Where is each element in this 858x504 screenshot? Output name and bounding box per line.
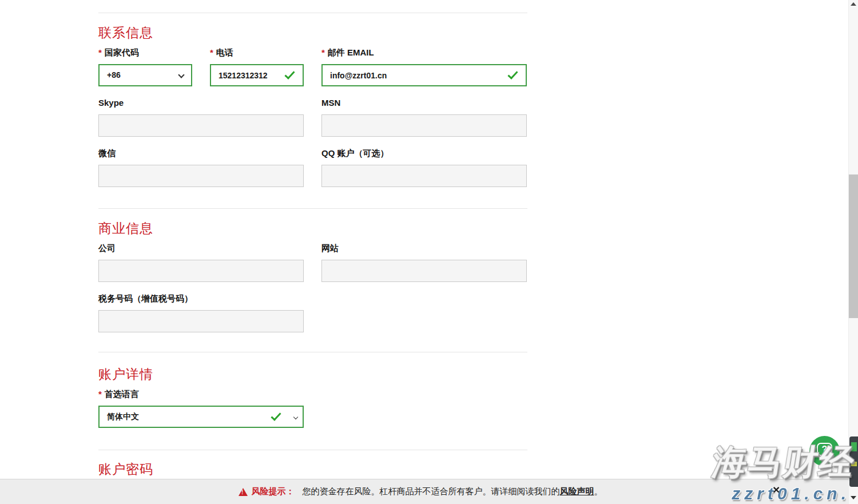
business-section-title: 商业信息 [98, 221, 527, 235]
msn-field: MSN [321, 98, 527, 137]
email-label: *邮件 EMAIL [321, 47, 527, 58]
wechat-label: 微信 [98, 148, 304, 158]
email-input-box [321, 64, 527, 86]
business-row-2: 税务号码（增值税号码） [98, 293, 527, 332]
business-row-1: 公司 网站 [98, 243, 527, 282]
section-divider [98, 13, 527, 13]
qq-label: QQ 账户（可选） [321, 148, 527, 158]
required-mark: * [321, 47, 325, 57]
language-label: *首选语言 [98, 389, 304, 399]
wechat-input-box [98, 165, 304, 187]
phone-graphic [849, 436, 858, 487]
msn-label: MSN [321, 98, 527, 108]
risk-warning-text: 您的资金存在风险。杠杆商品并不适合所有客户。请详细阅读我们的风险声明。 [303, 486, 603, 497]
phone-input-box [210, 64, 304, 86]
qq-field: QQ 账户（可选） [321, 148, 527, 187]
website-input-box [321, 260, 527, 282]
vertical-scrollbar[interactable] [848, 0, 858, 504]
company-input[interactable] [99, 260, 303, 281]
phone-label: *电话 [210, 47, 304, 58]
msn-input-box [321, 114, 527, 137]
risk-warning-label: 风险提示： [252, 486, 295, 497]
scroll-up-arrow-icon[interactable] [851, 2, 856, 6]
skype-input[interactable] [99, 115, 303, 136]
close-icon[interactable]: × [773, 483, 780, 495]
phone-field: *电话 [210, 47, 304, 86]
account-section-title: 账户详情 [98, 367, 527, 381]
warning-triangle-icon [239, 488, 248, 496]
language-select[interactable]: 简体中文 [98, 406, 304, 428]
account-row-1: *首选语言 简体中文 [98, 389, 527, 428]
required-mark: * [210, 47, 213, 57]
skype-field: Skype [98, 98, 304, 137]
skype-label: Skype [98, 98, 304, 108]
scrollbar-thumb[interactable] [849, 174, 858, 318]
email-input[interactable] [323, 65, 526, 85]
country-code-label: *国家代码 [98, 47, 192, 58]
country-code-field: *国家代码 +86 [98, 47, 192, 86]
live-chat-button[interactable]: ? [809, 436, 840, 466]
password-section-title: 账户密码 [98, 462, 527, 476]
phone-screen-detail [851, 442, 857, 451]
question-mark-icon: ? [822, 445, 828, 454]
country-code-select[interactable]: +86 [98, 64, 192, 86]
contact-section-title: 联系信息 [98, 26, 527, 39]
tax-number-input-box [98, 310, 304, 332]
section-divider [98, 352, 527, 352]
qq-input-box [321, 165, 527, 187]
website-label: 网站 [321, 243, 527, 253]
required-mark: * [98, 389, 102, 399]
tax-number-field: 税务号码（增值税号码） [98, 293, 304, 332]
company-label: 公司 [98, 243, 304, 253]
risk-warning-bar: 风险提示： 您的资金存在风险。杠杆商品并不适合所有客户。请详细阅读我们的风险声明… [0, 479, 858, 504]
company-input-box [98, 260, 304, 282]
language-field: *首选语言 简体中文 [98, 389, 304, 428]
risk-warning-content: 风险提示： 您的资金存在风险。杠杆商品并不适合所有客户。请详细阅读我们的风险声明… [239, 486, 603, 497]
risk-statement-link[interactable]: 风险声明 [560, 486, 594, 496]
wechat-input[interactable] [99, 165, 303, 186]
country-code-value: +86 [100, 65, 191, 85]
company-field: 公司 [98, 243, 304, 282]
skype-input-box [98, 114, 304, 137]
chat-bubble-icon: ? [817, 443, 832, 456]
website-field: 网站 [321, 243, 527, 282]
wechat-field: 微信 [98, 148, 304, 187]
contact-row-3: 微信 QQ 账户（可选） [98, 148, 527, 187]
website-input[interactable] [322, 260, 526, 281]
contact-row-2: Skype MSN [98, 98, 527, 137]
scroll-down-arrow-icon[interactable] [851, 496, 856, 499]
email-field: *邮件 EMAIL [321, 47, 527, 86]
msn-input[interactable] [322, 115, 526, 136]
registration-form: 联系信息 *国家代码 +86 *电话 *邮件 EMAIL [98, 13, 527, 476]
contact-row-1: *国家代码 +86 *电话 *邮件 EMAIL [98, 47, 527, 86]
tax-number-label: 税务号码（增值税号码） [98, 293, 304, 304]
section-divider [98, 450, 527, 450]
section-divider [98, 208, 527, 209]
required-mark: * [98, 47, 102, 57]
qq-input[interactable] [322, 165, 526, 186]
phone-screen-detail [851, 462, 857, 466]
tax-number-input[interactable] [99, 311, 303, 332]
